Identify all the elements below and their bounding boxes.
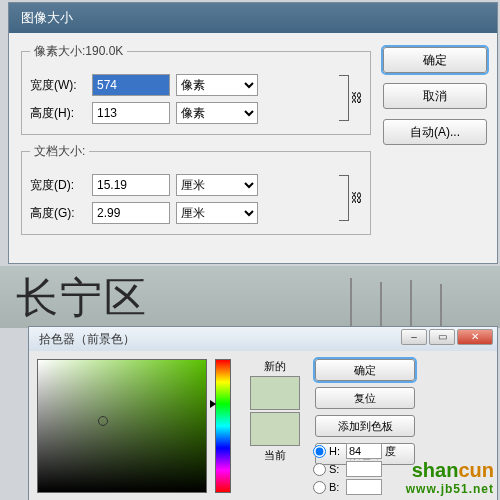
b-label: B: (329, 481, 343, 493)
b-radio[interactable] (313, 481, 326, 494)
background-text: 长宁区 (16, 270, 148, 326)
saturation-value-field[interactable] (37, 359, 207, 493)
s-radio[interactable] (313, 463, 326, 476)
sv-cursor-icon (98, 416, 108, 426)
doc-size-group: 文档大小: 宽度(D): 厘米 高度(G): 厘米 ⛓ (21, 143, 371, 235)
minimize-button[interactable]: – (401, 329, 427, 345)
doc-height-input[interactable] (92, 202, 170, 224)
h-label: H: (329, 445, 343, 457)
height-input[interactable] (92, 102, 170, 124)
link-icon[interactable]: ⛓ (351, 91, 363, 105)
auto-button[interactable]: 自动(A)... (383, 119, 487, 145)
dialog-title: 图像大小 (9, 3, 497, 33)
s-label: S: (329, 463, 343, 475)
hue-slider[interactable] (215, 359, 231, 493)
height-label: 高度(H): (30, 105, 92, 122)
width-unit-select[interactable]: 像素 (176, 74, 258, 96)
h-radio[interactable] (313, 445, 326, 458)
width-label: 宽度(W): (30, 77, 92, 94)
h-input[interactable] (346, 443, 382, 459)
link-icon[interactable]: ⛓ (351, 191, 363, 205)
background-poles (340, 272, 460, 328)
current-color-label: 当前 (243, 448, 307, 463)
color-picker-title-text: 拾色器（前景色） (39, 332, 135, 346)
doc-width-input[interactable] (92, 174, 170, 196)
pixel-size-legend: 像素大小:190.0K (30, 43, 127, 60)
doc-height-label: 高度(G): (30, 205, 92, 222)
color-picker-title: 拾色器（前景色） – ▭ ✕ (29, 327, 497, 351)
doc-width-label: 宽度(D): (30, 177, 92, 194)
watermark: shancun www.jb51.net (406, 459, 494, 496)
pixel-size-group: 像素大小:190.0K 宽度(W): 像素 高度(H): 像素 ⛓ (21, 43, 371, 135)
doc-height-unit-select[interactable]: 厘米 (176, 202, 258, 224)
current-color-swatch (250, 412, 300, 446)
add-to-swatches-button[interactable]: 添加到色板 (315, 415, 415, 437)
new-color-swatch (250, 376, 300, 410)
image-size-dialog: 图像大小 像素大小:190.0K 宽度(W): 像素 高度(H): 像素 ⛓ 文… (8, 2, 498, 264)
width-input[interactable] (92, 74, 170, 96)
picker-ok-button[interactable]: 确定 (315, 359, 415, 381)
s-input[interactable] (346, 461, 382, 477)
ok-button[interactable]: 确定 (383, 47, 487, 73)
new-color-label: 新的 (243, 359, 307, 374)
height-unit-select[interactable]: 像素 (176, 102, 258, 124)
doc-width-unit-select[interactable]: 厘米 (176, 174, 258, 196)
picker-reset-button[interactable]: 复位 (315, 387, 415, 409)
hue-pointer-icon (210, 400, 216, 408)
h-unit: 度 (385, 444, 401, 459)
cancel-button[interactable]: 取消 (383, 83, 487, 109)
close-button[interactable]: ✕ (457, 329, 493, 345)
hsb-inputs: H: 度 S: B: (313, 443, 401, 497)
doc-size-legend: 文档大小: (30, 143, 89, 160)
b-input[interactable] (346, 479, 382, 495)
maximize-button[interactable]: ▭ (429, 329, 455, 345)
background-strip: 长宁区 (0, 266, 500, 328)
